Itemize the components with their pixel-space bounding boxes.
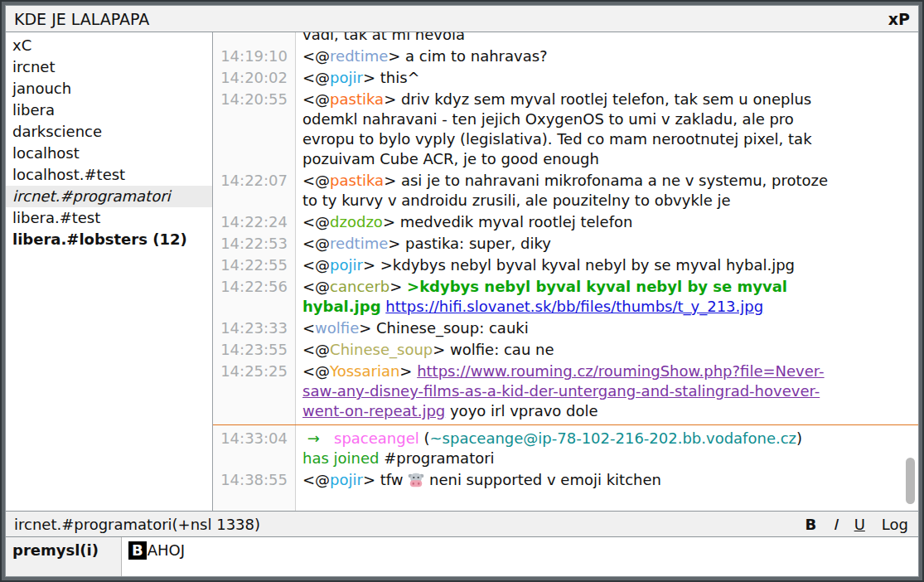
chat-message: 14:20:02<@pojir> this^ xyxy=(213,68,918,88)
link-rouming[interactable]: saw-any-disney-films-as-a-kid-der-unterg… xyxy=(302,382,820,400)
status-bar: ircnet.#programatori(+nsl 1338) BIULog xyxy=(6,511,918,536)
chat-message: 14:23:55<@Chinese_soup> wolfie: cau ne xyxy=(213,340,918,360)
chat-log: vadi, tak at mi nevola14:19:10<@redtime>… xyxy=(213,32,918,490)
nick-cancerb: cancerb xyxy=(330,278,389,295)
nick-yossarian: Yossarian xyxy=(330,362,399,380)
message-text: > wolfie: cau ne xyxy=(433,341,554,358)
link-rouming[interactable]: https://www.rouming.cz/roumingShow.php?f… xyxy=(417,362,824,380)
timestamp: 14:22:24 xyxy=(213,212,296,232)
channel-item-xc[interactable]: xC xyxy=(6,35,212,56)
message-text: has joined xyxy=(302,449,379,467)
chat-message: 14:22:24<@dzodzo> medvedik myval rootlej… xyxy=(213,212,918,232)
format-italic-button[interactable]: I xyxy=(833,516,837,533)
message-body: <@Chinese_soup> wolfie: cau ne xyxy=(296,340,918,360)
link-rouming[interactable]: went-on-repeat.jpg xyxy=(302,402,445,420)
message-text: evropu to bylo vyply (legislativa). Ted … xyxy=(302,130,812,148)
message-text xyxy=(320,429,334,447)
channel-item-ircnet[interactable]: ircnet xyxy=(6,56,212,78)
message-text: <@ xyxy=(302,471,330,488)
message-body: <@pojir> tfw neni supported v emoji kitc… xyxy=(296,470,918,490)
chat-message: 14:20:55<@pastika> driv kdyz sem myval r… xyxy=(213,90,918,169)
timestamp: 14:22:56 xyxy=(213,277,296,317)
message-text: <@ xyxy=(302,256,330,274)
chat-message: 14:22:53<@redtime> pastika: super, diky xyxy=(213,234,918,254)
message-text: #programatori xyxy=(379,449,494,467)
timestamp: 14:33:04 xyxy=(213,429,296,468)
timestamp: 14:23:33 xyxy=(213,318,296,338)
timestamp: 14:38:55 xyxy=(213,470,296,490)
format-buttons: BIULog xyxy=(805,516,908,533)
message-text: > Chinese_soup: cauki xyxy=(359,319,529,337)
message-text: <@ xyxy=(302,69,330,86)
message-text: <@ xyxy=(302,47,330,65)
message-body: <@pojir> >kdybys nebyl byval kyval nebyl… xyxy=(296,255,918,275)
format-bold-button[interactable]: B xyxy=(805,516,817,533)
timestamp: 14:20:02 xyxy=(213,68,296,88)
chat-message: 14:22:07<@pastika> asi je to nahravani m… xyxy=(213,171,918,211)
message-text: > pastika: super, diky xyxy=(388,235,551,252)
message-text: vadi, tak at mi nevola xyxy=(302,32,465,43)
channel-item-localhost-test[interactable]: localhost.#test xyxy=(6,164,212,186)
message-text: pozuivam Cube ACR, je to good enough xyxy=(302,150,599,167)
cow-face-emoji xyxy=(408,472,424,488)
channel-item-libera-test[interactable]: libera.#test xyxy=(6,207,212,229)
channel-item-libera-lobsters-12-[interactable]: libera.#lobsters (12) xyxy=(6,229,212,250)
nick-dzodzo: dzodzo xyxy=(330,213,383,230)
message-text: <@ xyxy=(302,278,330,295)
join-arrow-icon: → xyxy=(307,429,320,447)
message-text: ( xyxy=(419,429,430,447)
window-frame: KDE JE LALAPAPA xP xCircnetjanouchlibera… xyxy=(0,0,924,582)
chat-area: vadi, tak at mi nevola14:19:10<@redtime>… xyxy=(213,32,918,511)
format-underline-button[interactable]: U xyxy=(854,516,865,533)
message-body: → spaceangel (~spaceange@ip-78-102-216-2… xyxy=(296,429,918,468)
message-text: > >kdybys nebyl byval kyval nebyl by se … xyxy=(363,256,795,274)
hostmask: ~spaceange@ip-78-102-216-202.bb.vodafone… xyxy=(430,429,797,447)
message-body: <@Yossarian> https://www.rouming.cz/roum… xyxy=(296,361,918,421)
nick-pojir: pojir xyxy=(330,471,363,488)
channel-item-janouch[interactable]: janouch xyxy=(6,78,212,99)
message-text: <@ xyxy=(302,90,330,108)
timestamp xyxy=(213,32,296,45)
scrollbar-thumb[interactable] xyxy=(906,458,915,504)
channel-item-libera[interactable]: libera xyxy=(6,99,212,121)
nick-redtime: redtime xyxy=(330,235,388,252)
title-bar: KDE JE LALAPAPA xP xyxy=(6,6,918,32)
message-text: yoyo irl vpravo dole xyxy=(445,402,597,420)
close-button[interactable]: xP xyxy=(888,10,910,28)
chat-message: 14:22:56<@cancerb> >kdybys nebyl byval k… xyxy=(213,277,918,317)
link-hifi-slovanet[interactable]: https://hifi.slovanet.sk/bb/files/thumbs… xyxy=(385,298,763,315)
message-text: to ty kurvy v androidu zrusili, ale pouz… xyxy=(302,192,731,209)
message-text: <@ xyxy=(302,362,330,380)
message-text: <@ xyxy=(302,172,330,189)
channel-status-text: ircnet.#programatori(+nsl 1338) xyxy=(14,516,805,533)
timestamp: 14:22:55 xyxy=(213,255,296,275)
message-text: odemkl nahravani - ten jejich OxygenOS t… xyxy=(302,110,794,128)
timestamp: 14:22:53 xyxy=(213,234,296,254)
window-title: KDE JE LALAPAPA xyxy=(14,10,888,28)
channel-item-localhost[interactable]: localhost xyxy=(6,143,212,164)
input-text: AHOJ xyxy=(148,541,185,559)
channel-item-ircnet-programatori[interactable]: ircnet.#programatori xyxy=(6,186,212,207)
message-input[interactable]: BAHOJ xyxy=(122,537,918,576)
nick-label: premysl(i) xyxy=(6,537,122,576)
log-button[interactable]: Log xyxy=(882,516,908,533)
nick-wolfie: wolfie xyxy=(315,319,359,337)
message-body: <@redtime> a cim to nahravas? xyxy=(296,46,918,66)
nick-pastika: pastika xyxy=(330,90,384,108)
unread-marker xyxy=(213,424,918,425)
channel-item-darkscience[interactable]: darkscience xyxy=(6,121,212,143)
message-text: neni supported v emoji kitchen xyxy=(424,471,661,488)
chat-message: 14:38:55<@pojir> tfw neni supported v em… xyxy=(213,470,918,490)
timestamp: 14:19:10 xyxy=(213,46,296,66)
bold-control-char: B xyxy=(128,541,147,560)
message-text: > medvedik myval rootlej telefon xyxy=(383,213,633,230)
message-text: < xyxy=(302,319,315,337)
nick-pojir: pojir xyxy=(330,69,363,86)
message-text: hybal.jpg xyxy=(302,298,381,315)
message-text: > xyxy=(389,278,407,295)
message-text: > driv kdyz sem myval rootlej telefon, t… xyxy=(384,90,811,108)
message-body: <@dzodzo> medvedik myval rootlej telefon xyxy=(296,212,918,232)
nick-pojir: pojir xyxy=(330,256,363,274)
message-text: >kdybys nebyl byval kyval nebyl by se my… xyxy=(407,278,787,295)
message-body: <@redtime> pastika: super, diky xyxy=(296,234,918,254)
